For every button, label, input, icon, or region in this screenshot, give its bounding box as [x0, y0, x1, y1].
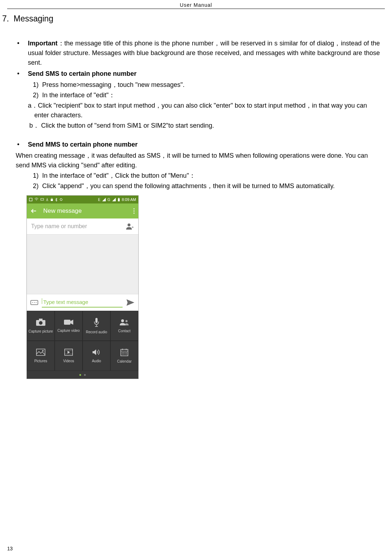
- svg-rect-32: [125, 352, 125, 353]
- download-icon: [46, 198, 49, 201]
- svg-rect-18: [95, 318, 98, 323]
- important-text: ：the message title of this phone is the …: [28, 40, 380, 66]
- sms-label: Send SMS to certain phone number: [28, 70, 137, 77]
- lock-icon: [50, 198, 53, 201]
- page-number: 13: [7, 546, 13, 551]
- svg-point-13: [36, 302, 36, 303]
- section-heading: 7. Messaging: [2, 14, 385, 24]
- svg-rect-2: [51, 199, 53, 201]
- display-icon: [40, 198, 44, 201]
- svg-point-6: [134, 211, 135, 212]
- svg-rect-4: [118, 198, 119, 198]
- dot-active: [79, 374, 81, 376]
- svg-rect-0: [29, 198, 32, 201]
- overflow-icon[interactable]: [133, 208, 135, 214]
- emoji-icon[interactable]: [30, 300, 38, 305]
- step-num: 1): [33, 80, 39, 90]
- back-icon[interactable]: [30, 208, 37, 214]
- sms-sub-a: a．Click "recipient" box to start input m…: [12, 101, 380, 120]
- message-area: [27, 234, 138, 294]
- svg-point-12: [34, 302, 35, 303]
- app-bar: New message: [27, 203, 138, 218]
- status-bar: E G 8:09 AM: [27, 196, 138, 203]
- step-num: 2): [33, 181, 39, 191]
- network-g: G: [108, 197, 110, 202]
- svg-text:+: +: [132, 225, 134, 229]
- attach-calendar[interactable]: Calendar: [110, 341, 138, 371]
- camera-icon: [35, 318, 46, 326]
- svg-point-8: [128, 223, 130, 226]
- attach-contact[interactable]: Contact: [110, 311, 138, 341]
- attach-pictures[interactable]: Pictures: [27, 341, 55, 371]
- signal-icon: [102, 198, 106, 201]
- step-num: 1): [33, 171, 39, 181]
- step-num: 2): [33, 90, 39, 100]
- page-dots: [27, 371, 138, 379]
- calendar-icon: [120, 348, 129, 357]
- step-text: Press home>messaging，touch "new messages…: [42, 81, 184, 88]
- add-contact-icon[interactable]: +: [126, 223, 134, 230]
- sync-icon: [59, 198, 63, 201]
- svg-point-19: [121, 319, 124, 322]
- recipient-placeholder: Type name or number: [31, 222, 123, 231]
- bluetooth-icon: [55, 198, 58, 202]
- bullet-sms: Send SMS to certain phone number: [28, 69, 380, 79]
- compose-row: Type text message: [27, 294, 138, 311]
- svg-rect-17: [64, 320, 70, 325]
- step-text: In the interface of "edit"：: [42, 92, 115, 99]
- mms-para: When creating message，it was defaulted a…: [7, 151, 380, 170]
- svg-rect-3: [118, 198, 120, 201]
- important-label: Important: [28, 40, 58, 47]
- attach-label: Contact: [118, 328, 130, 334]
- attach-videos[interactable]: Videos: [55, 341, 83, 371]
- audio-icon: [92, 348, 101, 356]
- section-title-text: Messaging: [14, 14, 53, 23]
- app-icon: [29, 198, 33, 201]
- attach-label: Pictures: [34, 358, 47, 364]
- attach-label: Videos: [63, 358, 74, 364]
- attach-capture-video[interactable]: Capture video: [55, 311, 83, 341]
- svg-rect-33: [126, 352, 127, 353]
- svg-rect-35: [123, 354, 124, 354]
- attachment-grid: Capture picture Capture video Record aud…: [27, 311, 138, 379]
- mms-label: Send MMS to certain phone number: [28, 141, 138, 148]
- network-e: E: [98, 197, 100, 202]
- attach-record-audio[interactable]: Record audio: [83, 311, 110, 341]
- mms-step-2: 2) Click "append"，you can spend the foll…: [12, 181, 380, 191]
- section-number: 7.: [2, 14, 9, 23]
- svg-point-7: [134, 213, 135, 214]
- step-text: Click "append"，you can spend the followi…: [42, 182, 335, 190]
- attach-label: Audio: [92, 358, 101, 364]
- attach-label: Capture video: [58, 328, 80, 333]
- signal-icon: [112, 198, 116, 201]
- svg-rect-1: [41, 198, 44, 200]
- video-camera-icon: [63, 319, 74, 326]
- attach-label: Record audio: [86, 329, 107, 335]
- svg-point-11: [32, 302, 33, 303]
- svg-point-5: [134, 208, 135, 210]
- bullet-mms: Send MMS to certain phone number: [28, 140, 380, 149]
- phone-screenshot: E G 8:09 AM New message Type name or num…: [26, 195, 139, 379]
- attach-audio[interactable]: Audio: [83, 341, 110, 371]
- compose-input[interactable]: Type text message: [42, 298, 123, 308]
- appbar-title: New message: [43, 206, 127, 216]
- dot: [84, 374, 86, 376]
- sms-step-1: 1) Press home>messaging，touch "new messa…: [12, 80, 380, 90]
- svg-rect-30: [122, 352, 123, 353]
- bullet-important: Important：the message title of this phon…: [28, 39, 380, 68]
- doc-header: User Manual: [7, 0, 385, 9]
- sms-sub-b: b． Click the button of "send from SiM1 o…: [12, 121, 380, 131]
- microphone-icon: [93, 317, 100, 327]
- wifi-icon: [34, 198, 39, 201]
- svg-rect-34: [122, 354, 123, 354]
- battery-icon: [118, 198, 120, 202]
- pictures-icon: [36, 348, 46, 356]
- step-text: In the interface of "edit"，Click the but…: [42, 172, 195, 179]
- attach-label: Capture picture: [29, 329, 53, 334]
- send-icon[interactable]: [126, 299, 135, 306]
- svg-rect-31: [123, 352, 124, 353]
- svg-rect-16: [39, 319, 43, 320]
- mms-step-1: 1) In the interface of "edit"，Click the …: [12, 171, 380, 181]
- recipient-row[interactable]: Type name or number +: [27, 218, 138, 234]
- attach-capture-picture[interactable]: Capture picture: [27, 311, 55, 341]
